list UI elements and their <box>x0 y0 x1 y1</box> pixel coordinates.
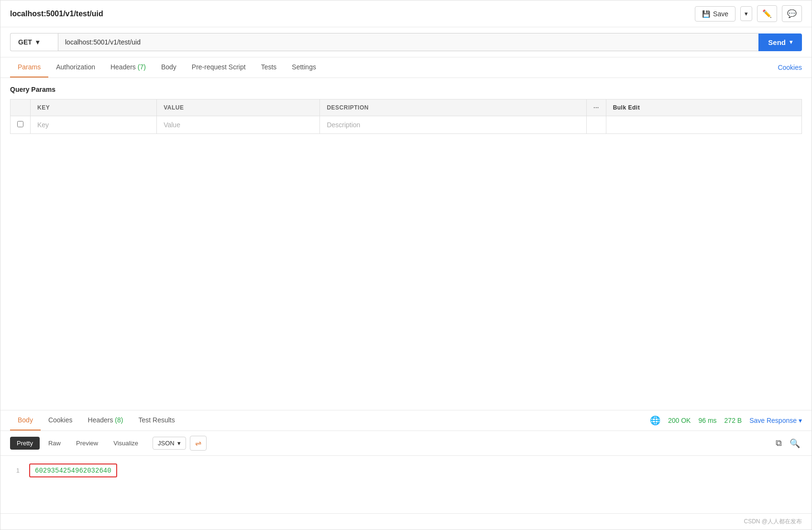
comment-icon-button[interactable]: 💬 <box>782 5 802 22</box>
tab-body[interactable]: Body <box>154 57 184 77</box>
tab-pre-request-script[interactable]: Pre-request Script <box>184 57 253 77</box>
query-params-title: Query Params <box>10 86 802 93</box>
copy-button[interactable]: ⧉ <box>774 436 784 450</box>
save-label: Save <box>713 10 728 18</box>
top-bar-actions: 💾 Save ▾ ✏️ 💬 <box>695 5 802 22</box>
code-value: 6029354254962032640 <box>35 467 111 475</box>
response-time: 96 ms <box>698 417 716 424</box>
format-tab-visualize[interactable]: Visualize <box>107 437 145 450</box>
request-tabs-bar: Params Authorization Headers (7) Body Pr… <box>0 57 812 78</box>
format-tab-raw[interactable]: Raw <box>42 437 67 450</box>
json-format-select[interactable]: JSON ▾ <box>153 437 186 450</box>
json-label: JSON <box>158 440 175 447</box>
tab-settings[interactable]: Settings <box>284 57 324 77</box>
response-tabs-bar: Body Cookies Headers (8) Test Results 🌐 … <box>0 410 812 431</box>
method-chevron-icon: ▾ <box>36 38 39 46</box>
format-tabs-bar: Pretty Raw Preview Visualize JSON ▾ ⇌ ⧉ … <box>0 431 812 456</box>
send-label: Send <box>768 38 786 46</box>
tab-tests[interactable]: Tests <box>253 57 285 77</box>
th-checkbox <box>11 99 31 116</box>
send-button[interactable]: Send ▾ <box>758 33 802 51</box>
status-code: 200 OK <box>668 417 691 424</box>
url-bar: GET ▾ Send ▾ <box>0 27 812 57</box>
row-description[interactable]: Description <box>320 116 587 134</box>
save-button[interactable]: 💾 Save <box>695 6 735 22</box>
row-dots <box>587 116 606 134</box>
response-status-bar: 🌐 200 OK 96 ms 272 B Save Response ▾ <box>650 415 802 426</box>
th-key: KEY <box>31 99 157 116</box>
row-checkbox[interactable] <box>11 116 31 134</box>
tab-authorization[interactable]: Authorization <box>48 57 103 77</box>
spacer <box>0 134 812 410</box>
search-button[interactable]: 🔍 <box>788 436 802 451</box>
row-key[interactable]: Key <box>31 116 157 134</box>
headers-badge: (7) <box>138 63 146 71</box>
save-icon: 💾 <box>702 10 710 18</box>
save-response-chevron-icon: ▾ <box>799 417 802 424</box>
save-response-label: Save Response <box>749 417 797 424</box>
row-bulk <box>606 116 801 134</box>
response-section: Body Cookies Headers (8) Test Results 🌐 … <box>0 410 812 513</box>
response-tab-cookies[interactable]: Cookies <box>41 410 80 431</box>
params-section: Query Params KEY VALUE DESCRIPTION ··· B… <box>0 78 812 134</box>
top-bar: localhost:5001/v1/test/uid 💾 Save ▾ ✏️ 💬 <box>0 0 812 27</box>
edit-icon-button[interactable]: ✏️ <box>757 5 777 22</box>
send-chevron-icon: ▾ <box>790 39 792 45</box>
response-headers-badge: (8) <box>115 416 123 424</box>
footer-text: CSDN @人人都在发布 <box>744 518 802 526</box>
url-input[interactable] <box>58 33 758 51</box>
code-line-1: 1 6029354254962032640 <box>10 464 802 477</box>
response-body: 1 6029354254962032640 <box>0 456 812 513</box>
wrap-button[interactable]: ⇌ <box>190 436 207 451</box>
params-table: KEY VALUE DESCRIPTION ··· Bulk Edit Key … <box>10 99 802 134</box>
th-dots: ··· <box>587 99 606 116</box>
row-value[interactable]: Value <box>157 116 320 134</box>
method-select[interactable]: GET ▾ <box>10 33 58 51</box>
globe-icon: 🌐 <box>650 415 660 426</box>
footer: CSDN @人人都在发布 <box>0 513 812 530</box>
response-tab-test-results[interactable]: Test Results <box>131 410 182 431</box>
method-label: GET <box>18 38 32 46</box>
tab-params[interactable]: Params <box>10 57 48 77</box>
json-chevron-icon: ▾ <box>177 440 181 447</box>
table-row: Key Value Description <box>11 116 802 134</box>
response-tab-headers[interactable]: Headers (8) <box>80 410 131 431</box>
format-tab-preview[interactable]: Preview <box>69 437 105 450</box>
th-value: VALUE <box>157 99 320 116</box>
response-tab-body[interactable]: Body <box>10 410 41 431</box>
response-size: 272 B <box>724 417 742 424</box>
th-description: DESCRIPTION <box>320 99 587 116</box>
tab-headers[interactable]: Headers (7) <box>103 57 154 77</box>
save-response-button[interactable]: Save Response ▾ <box>749 417 802 424</box>
code-value-box: 6029354254962032640 <box>29 464 117 477</box>
request-title: localhost:5001/v1/test/uid <box>10 10 103 18</box>
row-checkbox-input[interactable] <box>17 121 23 127</box>
th-bulk-edit[interactable]: Bulk Edit <box>606 99 801 116</box>
save-chevron-button[interactable]: ▾ <box>740 6 752 21</box>
line-number-1: 1 <box>10 467 20 474</box>
format-actions-right: ⧉ 🔍 <box>774 436 802 451</box>
format-tab-pretty[interactable]: Pretty <box>10 437 40 450</box>
tab-cookies[interactable]: Cookies <box>778 64 802 71</box>
